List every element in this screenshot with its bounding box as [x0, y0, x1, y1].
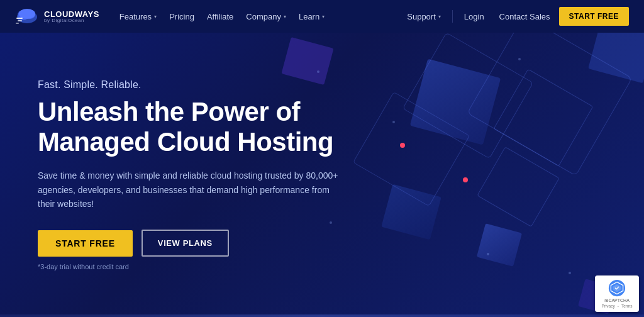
nav-item-pricing[interactable]: Pricing: [163, 0, 201, 33]
hero-tagline: Fast. Simple. Reliable.: [38, 79, 340, 91]
hex-outline: [477, 147, 560, 227]
cube-decoration: [381, 184, 441, 240]
nav-item-contact[interactable]: Contact Sales: [493, 0, 557, 33]
hex-outline: [494, 69, 594, 166]
logo[interactable]: CLOUDWAYS by DigitalOcean: [15, 6, 99, 27]
svg-rect-6: [16, 23, 19, 24]
accent-dot: [400, 143, 405, 148]
start-free-nav-button[interactable]: START FREE: [559, 7, 629, 26]
svg-rect-4: [16, 18, 23, 19]
start-free-hero-button[interactable]: START FREE: [38, 230, 133, 257]
nav-items: Features ▾ Pricing Affiliate Company ▾ L…: [113, 0, 398, 33]
hero-section: Fast. Simple. Reliable. Unleash the Powe…: [0, 33, 644, 317]
hero-title: Unleash the Power ofManaged Cloud Hostin…: [38, 97, 340, 158]
bottom-divider: [0, 314, 644, 317]
nav-item-support[interactable]: Support ▾: [401, 0, 447, 33]
hex-outline: [402, 33, 534, 159]
chevron-down-icon: ▾: [322, 14, 325, 19]
nav-item-company[interactable]: Company ▾: [240, 0, 292, 33]
recaptcha-links: Privacy - Terms: [601, 304, 632, 308]
scatter-dot: [392, 121, 395, 123]
chevron-down-icon: ▾: [438, 14, 441, 19]
logo-text: CLOUDWAYS by DigitalOcean: [44, 10, 99, 23]
chevron-down-icon: ▾: [284, 14, 286, 19]
recaptcha-label: reCAPTCHA: [604, 298, 630, 303]
hero-trial-note: *3-day trial without credit card: [38, 263, 340, 270]
hex-decoration: [281, 37, 333, 85]
nav-item-features[interactable]: Features ▾: [113, 0, 163, 33]
cube-decoration: [477, 223, 522, 267]
nav-right: Support ▾ Login Contact Sales START FREE: [401, 0, 629, 33]
scatter-dot: [487, 253, 489, 255]
scatter-dot: [569, 272, 571, 274]
hero-content: Fast. Simple. Reliable. Unleash the Powe…: [0, 79, 340, 271]
svg-rect-5: [18, 20, 22, 21]
nav-divider: [452, 10, 453, 23]
recaptcha-icon: [608, 279, 626, 297]
svg-point-3: [19, 9, 35, 19]
hex-decoration: [588, 33, 644, 83]
hex-outline: [467, 33, 632, 176]
nav-item-login[interactable]: Login: [458, 0, 491, 33]
navbar: CLOUDWAYS by DigitalOcean Features ▾ Pri…: [0, 0, 644, 33]
cube-decoration: [410, 58, 501, 145]
accent-dot: [463, 177, 468, 182]
nav-item-affiliate[interactable]: Affiliate: [201, 0, 240, 33]
hero-description: Save time & money with simple and reliab…: [38, 169, 340, 211]
hex-outline: [353, 92, 470, 207]
hero-buttons: START FREE VIEW PLANS: [38, 230, 340, 257]
recaptcha-badge: reCAPTCHA Privacy - Terms: [595, 275, 639, 312]
view-plans-button[interactable]: VIEW PLANS: [142, 230, 229, 257]
nav-item-learn[interactable]: Learn ▾: [292, 0, 331, 33]
logo-icon: [15, 6, 39, 27]
chevron-down-icon: ▾: [154, 14, 157, 19]
scatter-dot: [518, 58, 521, 60]
scatter-dot: [317, 70, 319, 73]
